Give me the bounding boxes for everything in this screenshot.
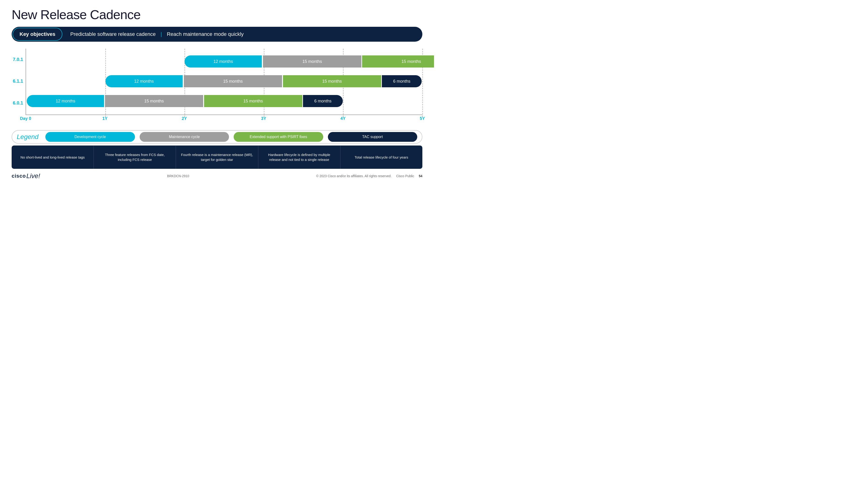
footer: cisco Live! BRKDCN-2910 © 2023 Cisco and… xyxy=(12,171,422,180)
legend-development: Development cycle xyxy=(45,132,135,142)
bar-701-cyan: 12 months xyxy=(185,55,262,67)
bar-611-gray: 15 months xyxy=(184,75,282,87)
y-label-601: 6.0.1 xyxy=(13,100,23,106)
bar-611-green: 15 months xyxy=(283,75,381,87)
chart-area: 7.0.1 6.1.1 6.0.1 12 months 15 months xyxy=(26,49,422,128)
objectives-bar: Key objectives Predictable software rele… xyxy=(12,27,422,42)
bar-601-cyan: 12 months xyxy=(27,95,104,107)
bar-611-cyan: 12 months xyxy=(105,75,183,87)
bar-row-601: 12 months 15 months 15 months 6 months xyxy=(26,93,422,109)
y-label-701: 7.0.1 xyxy=(13,57,23,62)
objectives-text: Predictable software release cadence | R… xyxy=(63,31,244,37)
bar-601-dark: 6 months xyxy=(303,95,343,107)
legend-maintenance: Maintenance cycle xyxy=(140,132,229,142)
x-label-4y: 4Y xyxy=(340,116,346,121)
objectives-divider: | xyxy=(161,31,163,37)
objectives-label: Key objectives xyxy=(12,28,62,41)
bar-701-gray: 15 months xyxy=(263,55,361,67)
x-axis: Day 0 1Y 2Y 3Y 4Y 5Y xyxy=(26,116,422,123)
x-label-5y: 5Y xyxy=(420,116,425,121)
footer-audience: Cisco Public xyxy=(396,174,414,178)
footer-right: © 2023 Cisco and/or its affiliates. All … xyxy=(316,174,422,178)
cisco-logo: cisco Live! xyxy=(12,172,40,180)
bar-row-701: 12 months 15 months 15 months 6 months xyxy=(26,53,422,70)
info-item-1: Three feature releases from FCS date, in… xyxy=(94,146,176,169)
objectives-text2: Reach maintenance mode quickly xyxy=(167,31,244,37)
legend-container: Legend Development cycle Maintenance cyc… xyxy=(12,130,422,144)
bar-601-gray: 15 months xyxy=(105,95,203,107)
x-label-day0: Day 0 xyxy=(20,116,31,121)
footer-session-id: BRKDCN-2910 xyxy=(167,174,189,178)
page: New Release Cadence Key objectives Predi… xyxy=(0,0,434,241)
cisco-text: cisco xyxy=(12,173,26,179)
legend-extended: Extended support with PSIRT fixes xyxy=(234,132,323,142)
bar-611-dark: 6 months xyxy=(382,75,422,87)
y-axis: 7.0.1 6.1.1 6.0.1 xyxy=(13,49,23,114)
info-item-2: Fourth release is a maintenance release … xyxy=(176,146,258,169)
legend-tac: TAC support xyxy=(328,132,417,142)
info-item-0: No short-lived and long-lived release ta… xyxy=(12,146,94,169)
live-text: Live! xyxy=(26,172,40,180)
info-bar: No short-lived and long-lived release ta… xyxy=(12,146,422,169)
legend-title: Legend xyxy=(17,133,38,141)
bar-601-green: 15 months xyxy=(204,95,302,107)
x-label-2y: 2Y xyxy=(182,116,187,121)
timeline-container: 12 months 15 months 15 months 6 months xyxy=(26,49,422,115)
x-label-3y: 3Y xyxy=(261,116,266,121)
objectives-text1: Predictable software release cadence xyxy=(70,31,156,37)
footer-page-number: 54 xyxy=(418,174,422,178)
bar-row-611: 12 months 15 months 15 months 6 months xyxy=(26,73,422,89)
info-item-3: Hardware lifecycle is defined by multipl… xyxy=(258,146,340,169)
y-label-611: 6.1.1 xyxy=(13,79,23,84)
x-label-1y: 1Y xyxy=(102,116,107,121)
page-title: New Release Cadence xyxy=(12,7,422,22)
info-item-4: Total release lifecycle of four years xyxy=(340,146,422,169)
bar-701-green: 15 months xyxy=(362,55,434,67)
footer-copyright: © 2023 Cisco and/or its affiliates. All … xyxy=(316,174,392,178)
